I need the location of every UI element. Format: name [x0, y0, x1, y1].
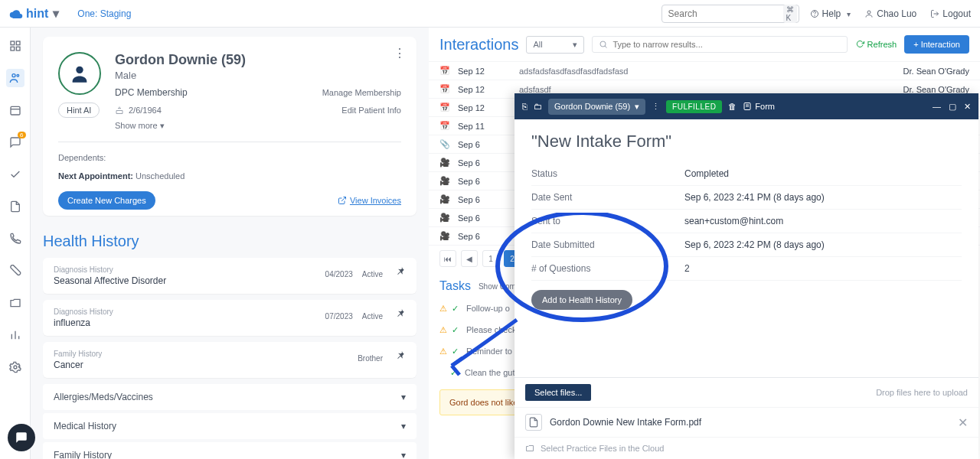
- panel-patient-dropdown[interactable]: Gordon Downie (59)▾: [548, 99, 645, 115]
- brand-caret-icon[interactable]: ▾: [53, 6, 59, 21]
- cake-icon: [115, 106, 124, 115]
- interaction-row[interactable]: 📅 Sep 12 adsfadsfasdfasdfasdfadsfasd Dr.…: [429, 62, 980, 80]
- svg-line-21: [605, 46, 607, 48]
- rail-calendar[interactable]: [6, 101, 24, 119]
- hh-item[interactable]: Diagnosis History influenza 07/2023Activ…: [43, 300, 416, 336]
- cal-icon: 📅: [439, 121, 450, 131]
- edit-patient-link[interactable]: Edit Patient Info: [341, 106, 401, 115]
- check-icon[interactable]: ✓: [452, 304, 459, 314]
- vid-icon: 🎥: [439, 158, 450, 168]
- pin-icon[interactable]: [395, 265, 406, 279]
- pin-icon[interactable]: [395, 308, 406, 321]
- rail-messages[interactable]: 6: [6, 133, 24, 151]
- accordion-medical-history[interactable]: Medical History▾: [43, 413, 416, 439]
- vid-icon: 🎥: [439, 176, 450, 186]
- detail-row: # of Questions2: [531, 257, 962, 281]
- interactions-filter[interactable]: All▾: [526, 36, 584, 54]
- rail-dashboard[interactable]: [6, 37, 24, 55]
- patient-gender: Male: [115, 70, 401, 81]
- pager-page-1[interactable]: 1: [482, 250, 499, 267]
- cloud-folder-icon: [525, 444, 534, 453]
- membership-label: DPC Membership: [115, 87, 188, 98]
- rail-inbox[interactable]: [6, 165, 24, 184]
- cloud-files-link[interactable]: Select Practice Files in the Cloud: [514, 438, 978, 459]
- intercom-launcher[interactable]: [8, 424, 35, 451]
- person-icon: [69, 63, 90, 84]
- help-menu[interactable]: Help: [810, 8, 851, 19]
- manage-membership-link[interactable]: Manage Membership: [322, 88, 401, 97]
- rail-documents[interactable]: [6, 197, 24, 216]
- svg-point-10: [12, 74, 15, 77]
- check-icon[interactable]: ✓: [452, 325, 459, 335]
- pdf-icon: [525, 414, 542, 431]
- pager-first[interactable]: ⏮: [439, 250, 456, 267]
- minimize-icon[interactable]: —: [933, 102, 941, 111]
- panel-menu-icon[interactable]: ⋮: [652, 102, 660, 112]
- svg-line-19: [341, 197, 346, 202]
- svg-rect-9: [16, 47, 20, 50]
- left-nav-rail: 6: [0, 28, 31, 459]
- hh-item[interactable]: Family History Cancer Brother: [43, 342, 416, 378]
- check-icon[interactable]: ✓: [452, 347, 459, 356]
- logout-icon: [930, 9, 939, 18]
- rail-badge: 6: [18, 132, 25, 138]
- remove-file-icon[interactable]: ✕: [958, 415, 968, 430]
- folder-icon[interactable]: 🗀: [534, 102, 542, 111]
- file-name: Gordon Downie New Intake Form.pdf: [550, 417, 950, 428]
- svg-rect-8: [11, 47, 15, 50]
- check-icon[interactable]: ✓: [450, 368, 457, 378]
- clip-icon: 📎: [439, 139, 450, 149]
- next-appt-row: Next Appointment: Unscheduled: [58, 171, 401, 181]
- svg-rect-7: [16, 41, 20, 45]
- show-more-toggle[interactable]: Show more ▾: [115, 121, 401, 131]
- cal-icon: 📅: [439, 66, 450, 76]
- cal-icon: 📅: [439, 84, 450, 94]
- logout-link[interactable]: Logout: [930, 8, 971, 19]
- pager-prev[interactable]: ◀: [461, 250, 478, 267]
- help-icon: [810, 9, 819, 18]
- user-menu[interactable]: Chao Luo: [864, 8, 916, 19]
- rail-patients[interactable]: [6, 69, 24, 87]
- rail-settings[interactable]: [6, 358, 24, 376]
- dob-row: 2/6/1964: [115, 106, 162, 115]
- svg-rect-12: [11, 106, 20, 115]
- search-input[interactable]: [668, 8, 783, 19]
- rail-reports[interactable]: [6, 326, 24, 344]
- chat-icon: [15, 431, 28, 444]
- svg-rect-6: [11, 41, 15, 45]
- close-icon[interactable]: ✕: [964, 102, 971, 112]
- global-search[interactable]: ⌘ K: [662, 5, 799, 23]
- search-icon: [599, 40, 608, 49]
- tasks-title: Tasks: [439, 279, 471, 293]
- form-link[interactable]: Form: [743, 102, 775, 111]
- delete-icon[interactable]: 🗑: [728, 102, 737, 111]
- rail-phone[interactable]: [6, 230, 24, 248]
- hh-item[interactable]: Diagnosis History Seasonal Affective Dis…: [43, 258, 416, 294]
- brand-logo[interactable]: hint ▾: [9, 6, 59, 21]
- hint-ai-button[interactable]: Hint AI: [58, 103, 100, 118]
- create-charges-button[interactable]: Create New Charges: [58, 191, 155, 210]
- copy-icon[interactable]: ⎘: [522, 102, 528, 111]
- file-row[interactable]: Gordon Downie New Intake Form.pdf ✕: [514, 407, 978, 438]
- rail-rx[interactable]: [6, 262, 24, 280]
- maximize-icon[interactable]: ▢: [949, 102, 956, 112]
- accordion-family-history[interactable]: Family History▾: [43, 442, 416, 459]
- refresh-button[interactable]: Refresh: [855, 40, 897, 49]
- env-label[interactable]: One: Staging: [77, 8, 131, 19]
- external-link-icon: [338, 196, 347, 205]
- select-files-button[interactable]: Select files...: [525, 384, 591, 401]
- view-invoices-link[interactable]: View Invoices: [338, 196, 401, 205]
- rail-files[interactable]: [6, 294, 24, 312]
- accordion-allergies-meds-vaccines[interactable]: Allergies/Meds/Vaccines▾: [43, 384, 416, 410]
- form-icon: [743, 102, 752, 111]
- warning-icon: ⚠: [439, 304, 447, 314]
- avatar: [58, 52, 101, 95]
- add-to-health-history-button[interactable]: Add to Health History: [531, 290, 632, 310]
- patient-card-menu[interactable]: ⋮: [394, 46, 406, 60]
- status-badge: FULFILLED: [666, 100, 722, 113]
- user-icon: [864, 9, 874, 18]
- narrow-input[interactable]: [612, 40, 840, 49]
- vid-icon: 🎥: [439, 194, 450, 204]
- pin-icon[interactable]: [395, 350, 406, 363]
- new-interaction-button[interactable]: + Interaction: [904, 35, 969, 54]
